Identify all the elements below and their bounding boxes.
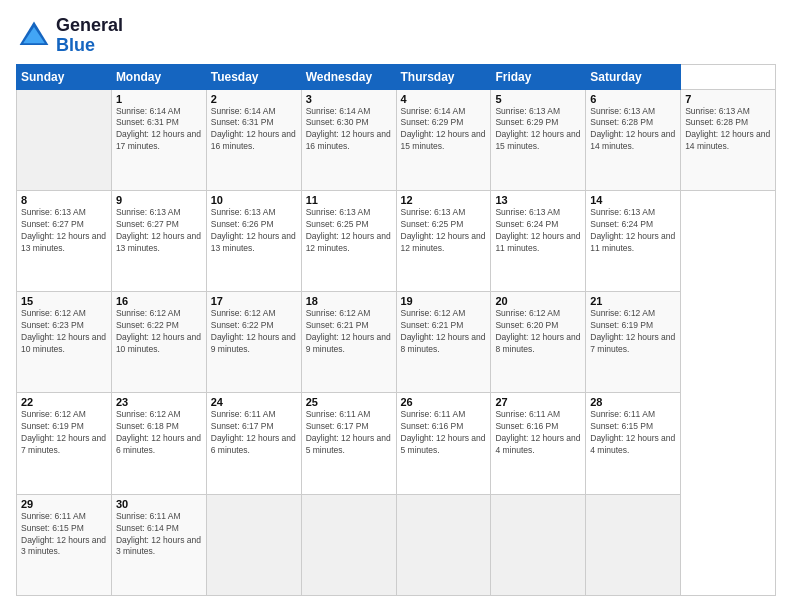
- day-number: 20: [495, 295, 581, 307]
- day-number: 17: [211, 295, 297, 307]
- day-info: Sunrise: 6:13 AM Sunset: 6:27 PM Dayligh…: [116, 207, 202, 255]
- calendar-day-cell: 24Sunrise: 6:11 AM Sunset: 6:17 PM Dayli…: [206, 393, 301, 494]
- calendar-day-cell: 17Sunrise: 6:12 AM Sunset: 6:22 PM Dayli…: [206, 292, 301, 393]
- calendar-day-cell: [17, 89, 112, 190]
- calendar-day-cell: [206, 494, 301, 595]
- header: General Blue: [16, 16, 776, 56]
- calendar-day-cell: 28Sunrise: 6:11 AM Sunset: 6:15 PM Dayli…: [586, 393, 681, 494]
- calendar-day-cell: 1Sunrise: 6:14 AM Sunset: 6:31 PM Daylig…: [111, 89, 206, 190]
- calendar-day-cell: [491, 494, 586, 595]
- calendar-day-cell: 5Sunrise: 6:13 AM Sunset: 6:29 PM Daylig…: [491, 89, 586, 190]
- calendar-day-header: Friday: [491, 64, 586, 89]
- day-number: 2: [211, 93, 297, 105]
- day-info: Sunrise: 6:12 AM Sunset: 6:23 PM Dayligh…: [21, 308, 107, 356]
- day-info: Sunrise: 6:11 AM Sunset: 6:15 PM Dayligh…: [590, 409, 676, 457]
- day-number: 13: [495, 194, 581, 206]
- calendar-header-row: SundayMondayTuesdayWednesdayThursdayFrid…: [17, 64, 776, 89]
- day-number: 19: [401, 295, 487, 307]
- day-number: 26: [401, 396, 487, 408]
- day-number: 15: [21, 295, 107, 307]
- calendar-day-cell: 23Sunrise: 6:12 AM Sunset: 6:18 PM Dayli…: [111, 393, 206, 494]
- calendar-day-cell: 12Sunrise: 6:13 AM Sunset: 6:25 PM Dayli…: [396, 190, 491, 291]
- day-info: Sunrise: 6:11 AM Sunset: 6:16 PM Dayligh…: [401, 409, 487, 457]
- day-info: Sunrise: 6:12 AM Sunset: 6:22 PM Dayligh…: [116, 308, 202, 356]
- day-number: 29: [21, 498, 107, 510]
- day-info: Sunrise: 6:13 AM Sunset: 6:24 PM Dayligh…: [590, 207, 676, 255]
- calendar-day-cell: 18Sunrise: 6:12 AM Sunset: 6:21 PM Dayli…: [301, 292, 396, 393]
- calendar-week-row: 29Sunrise: 6:11 AM Sunset: 6:15 PM Dayli…: [17, 494, 776, 595]
- day-info: Sunrise: 6:11 AM Sunset: 6:15 PM Dayligh…: [21, 511, 107, 559]
- day-info: Sunrise: 6:12 AM Sunset: 6:19 PM Dayligh…: [590, 308, 676, 356]
- logo-general: General: [56, 16, 123, 36]
- logo-icon: [16, 18, 52, 54]
- day-number: 1: [116, 93, 202, 105]
- calendar-day-header: Monday: [111, 64, 206, 89]
- calendar-day-cell: 8Sunrise: 6:13 AM Sunset: 6:27 PM Daylig…: [17, 190, 112, 291]
- day-info: Sunrise: 6:13 AM Sunset: 6:25 PM Dayligh…: [401, 207, 487, 255]
- day-number: 27: [495, 396, 581, 408]
- day-number: 14: [590, 194, 676, 206]
- day-number: 24: [211, 396, 297, 408]
- calendar-day-header: Sunday: [17, 64, 112, 89]
- day-number: 5: [495, 93, 581, 105]
- calendar-week-row: 8Sunrise: 6:13 AM Sunset: 6:27 PM Daylig…: [17, 190, 776, 291]
- logo-blue: Blue: [56, 36, 123, 56]
- calendar-day-header: Thursday: [396, 64, 491, 89]
- calendar-day-cell: 6Sunrise: 6:13 AM Sunset: 6:28 PM Daylig…: [586, 89, 681, 190]
- day-number: 9: [116, 194, 202, 206]
- calendar-day-cell: 21Sunrise: 6:12 AM Sunset: 6:19 PM Dayli…: [586, 292, 681, 393]
- calendar-day-cell: 4Sunrise: 6:14 AM Sunset: 6:29 PM Daylig…: [396, 89, 491, 190]
- calendar-week-row: 15Sunrise: 6:12 AM Sunset: 6:23 PM Dayli…: [17, 292, 776, 393]
- day-number: 30: [116, 498, 202, 510]
- day-info: Sunrise: 6:13 AM Sunset: 6:26 PM Dayligh…: [211, 207, 297, 255]
- logo: General Blue: [16, 16, 123, 56]
- day-info: Sunrise: 6:12 AM Sunset: 6:21 PM Dayligh…: [306, 308, 392, 356]
- day-number: 21: [590, 295, 676, 307]
- day-info: Sunrise: 6:12 AM Sunset: 6:21 PM Dayligh…: [401, 308, 487, 356]
- day-info: Sunrise: 6:11 AM Sunset: 6:14 PM Dayligh…: [116, 511, 202, 559]
- day-number: 11: [306, 194, 392, 206]
- day-info: Sunrise: 6:13 AM Sunset: 6:27 PM Dayligh…: [21, 207, 107, 255]
- calendar-day-cell: 3Sunrise: 6:14 AM Sunset: 6:30 PM Daylig…: [301, 89, 396, 190]
- day-number: 28: [590, 396, 676, 408]
- calendar-day-cell: 20Sunrise: 6:12 AM Sunset: 6:20 PM Dayli…: [491, 292, 586, 393]
- calendar-day-cell: 27Sunrise: 6:11 AM Sunset: 6:16 PM Dayli…: [491, 393, 586, 494]
- day-info: Sunrise: 6:12 AM Sunset: 6:19 PM Dayligh…: [21, 409, 107, 457]
- day-number: 7: [685, 93, 771, 105]
- day-info: Sunrise: 6:13 AM Sunset: 6:24 PM Dayligh…: [495, 207, 581, 255]
- calendar-day-cell: [586, 494, 681, 595]
- calendar-day-cell: 10Sunrise: 6:13 AM Sunset: 6:26 PM Dayli…: [206, 190, 301, 291]
- calendar-day-cell: [396, 494, 491, 595]
- day-info: Sunrise: 6:13 AM Sunset: 6:28 PM Dayligh…: [590, 106, 676, 154]
- day-number: 8: [21, 194, 107, 206]
- day-info: Sunrise: 6:13 AM Sunset: 6:25 PM Dayligh…: [306, 207, 392, 255]
- calendar-day-cell: 29Sunrise: 6:11 AM Sunset: 6:15 PM Dayli…: [17, 494, 112, 595]
- calendar-day-cell: 15Sunrise: 6:12 AM Sunset: 6:23 PM Dayli…: [17, 292, 112, 393]
- calendar-day-cell: 22Sunrise: 6:12 AM Sunset: 6:19 PM Dayli…: [17, 393, 112, 494]
- day-info: Sunrise: 6:12 AM Sunset: 6:18 PM Dayligh…: [116, 409, 202, 457]
- calendar-day-cell: 11Sunrise: 6:13 AM Sunset: 6:25 PM Dayli…: [301, 190, 396, 291]
- day-number: 23: [116, 396, 202, 408]
- day-info: Sunrise: 6:13 AM Sunset: 6:29 PM Dayligh…: [495, 106, 581, 154]
- day-info: Sunrise: 6:12 AM Sunset: 6:22 PM Dayligh…: [211, 308, 297, 356]
- day-number: 6: [590, 93, 676, 105]
- day-info: Sunrise: 6:14 AM Sunset: 6:31 PM Dayligh…: [116, 106, 202, 154]
- day-info: Sunrise: 6:11 AM Sunset: 6:17 PM Dayligh…: [306, 409, 392, 457]
- calendar-day-cell: 14Sunrise: 6:13 AM Sunset: 6:24 PM Dayli…: [586, 190, 681, 291]
- page: General Blue SundayMondayTuesdayWednesda…: [0, 0, 792, 612]
- day-number: 12: [401, 194, 487, 206]
- calendar-week-row: 1Sunrise: 6:14 AM Sunset: 6:31 PM Daylig…: [17, 89, 776, 190]
- calendar-day-cell: 13Sunrise: 6:13 AM Sunset: 6:24 PM Dayli…: [491, 190, 586, 291]
- calendar-day-cell: 16Sunrise: 6:12 AM Sunset: 6:22 PM Dayli…: [111, 292, 206, 393]
- calendar-day-cell: [301, 494, 396, 595]
- calendar-day-cell: 9Sunrise: 6:13 AM Sunset: 6:27 PM Daylig…: [111, 190, 206, 291]
- day-info: Sunrise: 6:11 AM Sunset: 6:17 PM Dayligh…: [211, 409, 297, 457]
- calendar-day-cell: 26Sunrise: 6:11 AM Sunset: 6:16 PM Dayli…: [396, 393, 491, 494]
- calendar-day-cell: 2Sunrise: 6:14 AM Sunset: 6:31 PM Daylig…: [206, 89, 301, 190]
- calendar-day-header: Tuesday: [206, 64, 301, 89]
- calendar-day-header: Wednesday: [301, 64, 396, 89]
- day-number: 25: [306, 396, 392, 408]
- day-number: 10: [211, 194, 297, 206]
- day-info: Sunrise: 6:12 AM Sunset: 6:20 PM Dayligh…: [495, 308, 581, 356]
- logo-text: General Blue: [56, 16, 123, 56]
